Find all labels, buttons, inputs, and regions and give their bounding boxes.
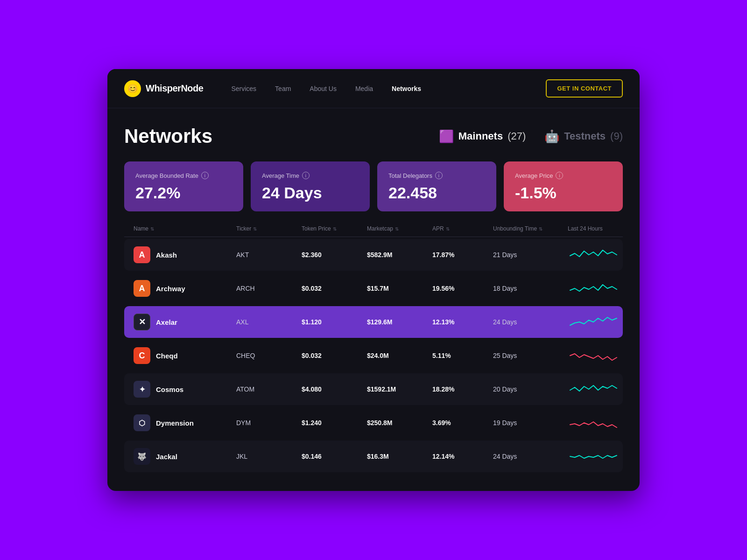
get-in-contact-button[interactable]: GET IN CONTACT [546,79,623,98]
cell-ticker-4: ATOM [236,385,302,393]
token-logo-5: ⬡ [134,414,150,431]
testnets-label: Testnets [564,130,606,142]
token-logo-4: ✦ [134,381,150,398]
sort-icon-name[interactable]: ⇅ [150,226,154,231]
cell-marketcap-6: $16.3M [367,453,432,460]
table-header: Name ⇅ Ticker ⇅ Token Price ⇅ Marketcap … [124,225,623,237]
cell-price-3: $0.032 [302,352,367,359]
cell-spark-0 [568,245,619,264]
cell-ticker-2: AXL [236,318,302,326]
stat-label-0: Average Bounded Rate i [135,172,232,179]
cell-spark-4 [568,380,619,399]
info-icon-2[interactable]: i [435,172,443,179]
logo-icon: 😊 [124,80,141,97]
cell-name-1: A Archway [134,280,236,297]
cell-ticker-3: CHEQ [236,352,302,359]
cell-apr-3: 5.11% [432,352,493,359]
cell-apr-2: 12.13% [432,318,493,326]
tab-mainnets[interactable]: 🟪 Mainnets (27) [439,129,526,144]
cell-spark-5 [568,413,619,432]
stat-value-1: 24 Days [262,184,359,202]
cell-apr-1: 19.56% [432,285,493,292]
cell-marketcap-4: $1592.1M [367,385,432,393]
cell-unbounding-1: 18 Days [493,285,568,292]
info-icon-3[interactable]: i [556,172,563,179]
sort-icon-apr[interactable]: ⇅ [446,226,450,231]
token-logo-6: 🐺 [134,448,150,465]
cell-unbounding-5: 19 Days [493,419,568,427]
cell-apr-6: 12.14% [432,453,493,460]
cell-spark-3 [568,346,619,365]
table-row[interactable]: A Archway ARCH $0.032 $15.7M 19.56% 18 D… [124,273,623,304]
stat-value-2: 22.458 [388,184,485,202]
token-logo-1: A [134,280,150,297]
cell-name-5: ⬡ Dymension [134,414,236,431]
cell-spark-6 [568,447,619,466]
cell-price-4: $4.080 [302,385,367,393]
nav-media[interactable]: Media [355,85,373,92]
cell-ticker-6: JKL [236,453,302,460]
nav-about[interactable]: About Us [310,85,337,92]
tab-testnets[interactable]: 🤖 Testnets (9) [544,129,623,144]
mainnets-label: Mainnets [458,130,503,142]
stat-label-2: Total Delegators i [388,172,485,179]
cell-price-2: $1.120 [302,318,367,326]
table-container: Name ⇅ Ticker ⇅ Token Price ⇅ Marketcap … [124,225,623,472]
th-ticker: Ticker ⇅ [236,225,302,232]
info-icon-0[interactable]: i [201,172,209,179]
cell-apr-0: 17.87% [432,251,493,259]
table-row[interactable]: ⬡ Dymension DYM $1.240 $250.8M 3.69% 19 … [124,407,623,439]
cell-unbounding-0: 21 Days [493,251,568,259]
table-row[interactable]: A Akash AKT $2.360 $582.9M 17.87% 21 Day… [124,239,623,271]
token-name-3: Cheqd [156,352,178,360]
cell-name-0: A Akash [134,246,236,263]
table-body: A Akash AKT $2.360 $582.9M 17.87% 21 Day… [124,239,623,472]
stat-label-3: Average Price i [515,172,612,179]
token-name-0: Akash [156,251,177,259]
cell-unbounding-6: 24 Days [493,453,568,460]
token-logo-3: C [134,347,150,364]
cell-unbounding-3: 25 Days [493,352,568,359]
cell-marketcap-5: $250.8M [367,419,432,427]
nav-services[interactable]: Services [231,85,256,92]
cell-ticker-1: ARCH [236,285,302,292]
cell-ticker-0: AKT [236,251,302,259]
table-row[interactable]: C Cheqd CHEQ $0.032 $24.0M 5.11% 25 Days [124,340,623,371]
th-name: Name ⇅ [134,225,236,232]
cell-ticker-5: DYM [236,419,302,427]
sort-icon-ticker[interactable]: ⇅ [253,226,257,231]
mainnets-count: (27) [507,130,526,142]
cell-name-6: 🐺 Jackal [134,448,236,465]
sort-icon-unbounding[interactable]: ⇅ [539,226,543,231]
cell-price-1: $0.032 [302,285,367,292]
stat-card-avg-price: Average Price i -1.5% [504,161,623,211]
token-logo-2: ✕ [134,314,150,330]
cell-name-3: C Cheqd [134,347,236,364]
table-row[interactable]: ✦ Cosmos ATOM $4.080 $1592.1M 18.28% 20 … [124,373,623,405]
testnets-count: (9) [610,130,623,142]
cell-marketcap-0: $582.9M [367,251,432,259]
stat-label-1: Average Time i [262,172,359,179]
th-price: Token Price ⇅ [302,225,367,232]
info-icon-1[interactable]: i [302,172,310,179]
sort-icon-marketcap[interactable]: ⇅ [395,226,399,231]
cell-name-2: ✕ Axelar [134,314,236,330]
page-title: Networks [124,125,439,147]
token-name-6: Jackal [156,453,177,461]
cell-marketcap-1: $15.7M [367,285,432,292]
stat-card-avg-time: Average Time i 24 Days [251,161,370,211]
cell-marketcap-2: $129.6M [367,318,432,326]
network-tabs: 🟪 Mainnets (27) 🤖 Testnets (9) [439,129,623,144]
table-row[interactable]: ✕ Axelar AXL $1.120 $129.6M 12.13% 24 Da… [124,306,623,338]
table-row[interactable]: 🐺 Jackal JKL $0.146 $16.3M 12.14% 24 Day… [124,441,623,472]
header: 😊 WhisperNode Services Team About Us Med… [107,69,640,108]
sort-icon-price[interactable]: ⇅ [333,226,337,231]
nav-team[interactable]: Team [275,85,291,92]
cell-apr-5: 3.69% [432,419,493,427]
cell-spark-1 [568,279,619,298]
nav-networks[interactable]: Networks [392,85,421,92]
th-marketcap: Marketcap ⇅ [367,225,432,232]
cell-price-6: $0.146 [302,453,367,460]
main-content: Networks 🟪 Mainnets (27) 🤖 Testnets (9) … [107,108,640,491]
logo-text: WhisperNode [146,83,203,94]
